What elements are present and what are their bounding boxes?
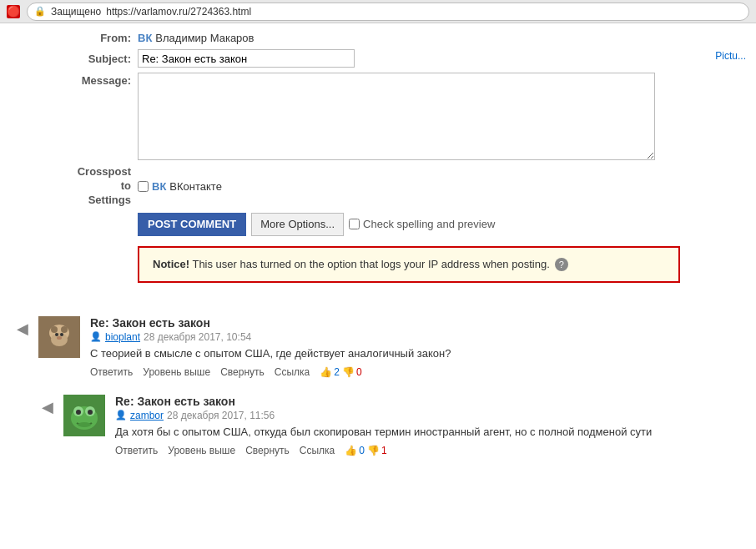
- vote-up-count: 0: [359, 445, 365, 456]
- url-text: https://varlamov.ru/2724363.html: [106, 6, 251, 18]
- buttons-row: POST COMMENT More Options... Check spell…: [138, 213, 739, 236]
- expand-icon[interactable]: ◀: [42, 398, 53, 456]
- parent-link[interactable]: Уровень выше: [168, 445, 235, 456]
- expand-icon[interactable]: ◀: [17, 320, 28, 378]
- from-value: ВК Владимир Макаров: [138, 32, 254, 44]
- spell-check-label[interactable]: Check spelling and preview: [349, 218, 495, 230]
- subject-row: Subject:: [67, 49, 739, 68]
- post-comment-button[interactable]: POST COMMENT: [138, 213, 246, 236]
- comment-datetime: 28 декабря 2017, 11:56: [167, 410, 275, 421]
- vote-down-button[interactable]: 👎 0: [342, 366, 362, 378]
- comment-block: ◀ Re: Закон есть закон 👤 z: [17, 395, 739, 456]
- user-icon: 👤: [90, 331, 102, 342]
- browser-chrome: 🔴 🔒 Защищено https://varlamov.ru/2724363…: [0, 0, 756, 23]
- reply-link[interactable]: Ответить: [115, 445, 158, 456]
- comment-meta: 👤 bioplant 28 декабря 2017, 10:54: [90, 331, 739, 343]
- comment-meta: 👤 zambor 28 декабря 2017, 11:56: [115, 410, 739, 421]
- address-bar[interactable]: 🔒 Защищено https://varlamov.ru/2724363.h…: [27, 3, 749, 21]
- permalink-link[interactable]: Ссылка: [300, 445, 335, 456]
- comments-section: ◀ Re: Закон есть закон 👤 b: [0, 308, 756, 481]
- svg-point-3: [61, 326, 68, 333]
- comment-actions: Ответить Уровень выше Свернуть Ссылка 👍 …: [90, 366, 739, 378]
- comment-datetime: 28 декабря 2017, 10:54: [144, 331, 251, 343]
- comment-text: Да хотя бы с опытом США, откуда был скоп…: [115, 425, 739, 440]
- from-name: Владимир Макаров: [155, 32, 254, 44]
- comment-avatar: [38, 316, 80, 358]
- crosspost-vk-checkbox[interactable]: [138, 181, 149, 192]
- reply-link[interactable]: Ответить: [90, 366, 133, 378]
- collapse-link[interactable]: Свернуть: [220, 366, 265, 378]
- message-textarea[interactable]: [138, 73, 655, 160]
- svg-point-2: [51, 326, 58, 333]
- comment-block: ◀ Re: Закон есть закон 👤 b: [17, 316, 739, 378]
- svg-point-14: [78, 422, 91, 427]
- comment-title: Re: Закон есть закон: [115, 395, 739, 408]
- vote-down-count: 1: [381, 445, 387, 456]
- comment-title: Re: Закон есть закон: [90, 316, 739, 330]
- notice-text: This user has turned on the option that …: [189, 258, 550, 270]
- comment-username[interactable]: zambor: [130, 410, 164, 421]
- crosspost-label: Crosspost toSettings: [67, 165, 138, 208]
- user-icon: 👤: [115, 410, 127, 421]
- lock-icon: 🔒: [34, 6, 46, 17]
- svg-point-13: [88, 410, 93, 415]
- crosspost-vk-option: ВК ВКонтакте: [138, 180, 222, 193]
- comment-text: С теорией в смысле с опытом США, где дей…: [90, 346, 739, 361]
- crosspost-vk-icon: ВК: [152, 180, 166, 193]
- vote-area: 👍 2 👎 0: [320, 366, 361, 378]
- parent-link[interactable]: Уровень выше: [143, 366, 210, 378]
- notice-box: Notice! This user has turned on the opti…: [138, 246, 680, 283]
- svg-point-12: [76, 410, 81, 415]
- permalink-link[interactable]: Ссылка: [275, 366, 310, 378]
- notice-container: Notice! This user has turned on the opti…: [138, 246, 739, 283]
- comment-avatar: [63, 395, 105, 436]
- from-label: From:: [67, 32, 138, 44]
- comment-username[interactable]: bioplant: [105, 331, 140, 343]
- vote-down-button[interactable]: 👎 1: [367, 445, 387, 456]
- svg-point-7: [57, 336, 62, 340]
- message-row: Message:: [67, 73, 739, 160]
- vote-up-count: 2: [334, 366, 340, 378]
- subject-label: Subject:: [67, 53, 138, 65]
- notice-help-icon[interactable]: ?: [555, 258, 568, 271]
- secure-label: Защищено: [51, 6, 101, 18]
- main-content: Pictu... From: ВК Владимир Макаров Subje…: [0, 23, 756, 308]
- spell-check-text: Check spelling and preview: [363, 218, 495, 230]
- vote-area: 👍 0 👎 1: [345, 445, 386, 456]
- vote-up-button[interactable]: 👍 2: [320, 366, 340, 378]
- crosspost-vk-label: ВКонтакте: [169, 180, 222, 193]
- notice-bold: Notice!: [153, 258, 189, 270]
- crosspost-row: Crosspost toSettings ВК ВКонтакте: [67, 165, 739, 208]
- subject-input[interactable]: [138, 49, 355, 68]
- vote-up-button[interactable]: 👍 0: [345, 445, 365, 456]
- vote-down-count: 0: [356, 366, 362, 378]
- avatar-bioplant: [38, 316, 80, 358]
- avatar-zambor: [63, 395, 105, 436]
- more-options-button[interactable]: More Options...: [251, 213, 344, 236]
- svg-point-5: [55, 333, 58, 336]
- comment-body: Re: Закон есть закон 👤 bioplant 28 декаб…: [90, 316, 739, 378]
- message-label: Message:: [67, 73, 138, 87]
- comment-body: Re: Закон есть закон 👤 zambor 28 декабря…: [115, 395, 739, 456]
- browser-tab-icon: 🔴: [7, 5, 20, 18]
- collapse-link[interactable]: Свернуть: [245, 445, 290, 456]
- from-row: From: ВК Владимир Макаров: [67, 32, 739, 44]
- vk-icon: ВК: [138, 32, 152, 44]
- picture-link[interactable]: Pictu...: [715, 50, 746, 62]
- spell-check-checkbox[interactable]: [349, 219, 360, 229]
- svg-point-6: [60, 333, 63, 336]
- comment-actions: Ответить Уровень выше Свернуть Ссылка 👍 …: [115, 445, 739, 456]
